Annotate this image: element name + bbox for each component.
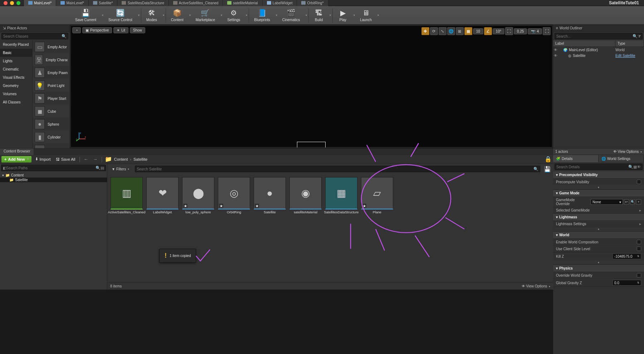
grid-snap-value[interactable]: 10 bbox=[473, 28, 483, 34]
import-button[interactable]: ⬇Import bbox=[34, 156, 52, 163]
chevron-down-icon[interactable]: ▾ bbox=[102, 14, 103, 17]
checkbox[interactable] bbox=[637, 180, 641, 184]
document-tab[interactable]: satelliteMaterial bbox=[223, 0, 262, 6]
new-icon[interactable]: + bbox=[636, 199, 641, 204]
number-field[interactable]: 0.0⇅ bbox=[613, 280, 641, 286]
actor-category-visual-effects[interactable]: Visual Effects bbox=[0, 73, 32, 82]
asset-tile[interactable]: ▦SatellitesDataStructure bbox=[325, 177, 358, 214]
asset-tile[interactable]: ⬤★low_poly_sphere bbox=[182, 177, 215, 214]
spinner-icon[interactable]: ⇅ bbox=[637, 255, 639, 258]
path-search[interactable]: ◧ 🔍 ▤ bbox=[1, 165, 106, 171]
path-search-input[interactable] bbox=[6, 166, 96, 170]
asset-search-input[interactable] bbox=[137, 167, 533, 171]
details-search[interactable]: 🔍 ▦ 👁 bbox=[555, 164, 643, 170]
chevron-down-icon[interactable]: ▾ bbox=[221, 14, 222, 17]
actor-row[interactable]: 웃Empty Character bbox=[33, 53, 70, 66]
spinner-icon[interactable]: ⇅ bbox=[637, 281, 639, 284]
actor-row[interactable]: ●Sphere bbox=[33, 118, 70, 131]
tree-folder[interactable]: ▾📁Content bbox=[0, 173, 107, 178]
toolbar-marketplace-button[interactable]: 🛒Marketplace bbox=[192, 7, 219, 24]
document-tab[interactable]: LabelWidget bbox=[263, 0, 297, 6]
expand-icon[interactable]: ▾ bbox=[2, 173, 4, 177]
actor-row[interactable]: ▭Empty Actor bbox=[33, 40, 70, 53]
asset-search[interactable]: 🔍 bbox=[135, 166, 540, 172]
section-expand-bar[interactable]: ▾ bbox=[553, 227, 644, 231]
section-header[interactable]: ▾Lightmass bbox=[553, 214, 644, 220]
viewport-perspective-dropdown[interactable]: ▣Perspective bbox=[82, 27, 112, 33]
toolbar-settings-button[interactable]: ⚙Settings bbox=[224, 7, 244, 24]
outliner-row[interactable]: 👁🌍MainLevel (Editor)World bbox=[553, 47, 644, 53]
outliner-row[interactable]: 👁◎SatelliteEdit Satellite bbox=[553, 53, 644, 58]
surface-snap-toggle[interactable]: ⊞ bbox=[456, 27, 464, 35]
asset-tile[interactable]: ▱★Plane bbox=[361, 177, 394, 214]
document-tab[interactable]: Satellite* bbox=[89, 0, 117, 6]
chevron-down-icon[interactable]: ▾ bbox=[306, 14, 307, 17]
toolbar-modes-button[interactable]: 🛠Modes bbox=[143, 7, 161, 24]
coord-space-toggle[interactable]: 🌐 bbox=[447, 27, 455, 35]
property-matrix-icon[interactable]: ▦ bbox=[633, 165, 637, 169]
number-field[interactable]: -1048575.0⇅ bbox=[613, 253, 641, 259]
save-all-button[interactable]: 🖫Save All bbox=[54, 156, 77, 163]
toolbar-play-button[interactable]: ▶Play bbox=[334, 7, 351, 24]
document-tab[interactable]: SatellitesDataStructure bbox=[117, 0, 169, 6]
actor-row[interactable]: ▮Cylinder bbox=[33, 131, 70, 144]
actor-category-geometry[interactable]: Geometry bbox=[0, 82, 32, 90]
grid-snap-toggle[interactable]: ▦ bbox=[464, 27, 472, 35]
maximize-window-icon[interactable] bbox=[16, 1, 20, 5]
tree-toggle-icon[interactable]: ◧ bbox=[3, 166, 6, 170]
scale-snap-toggle[interactable]: ⛶ bbox=[505, 27, 513, 35]
asset-tile[interactable]: ◉satelliteMaterial bbox=[289, 177, 322, 214]
combo-box[interactable]: None▾ bbox=[591, 199, 623, 205]
chevron-down-icon[interactable]: ▾ bbox=[163, 14, 164, 17]
document-tab[interactable]: ActiveSatellites_Cleaned bbox=[169, 0, 223, 6]
section-header[interactable]: ▾World bbox=[553, 232, 644, 238]
checkbox[interactable] bbox=[637, 247, 641, 251]
angle-snap-value[interactable]: 10° bbox=[493, 28, 504, 34]
chevron-down-icon[interactable]: ▾ bbox=[276, 14, 277, 17]
eye-icon[interactable]: 👁 bbox=[637, 165, 641, 169]
details-tab-world-settings[interactable]: 🌐World Settings bbox=[599, 155, 644, 162]
rotate-gizmo-button[interactable]: ⟳ bbox=[430, 27, 438, 35]
viewport-options-dropdown[interactable]: ▾ bbox=[72, 27, 81, 33]
chevron-down-icon[interactable]: ▾ bbox=[330, 14, 331, 17]
asset-tile[interactable]: ❤LabelWidget bbox=[146, 177, 179, 214]
toolbar-build-button[interactable]: 🏗Build bbox=[310, 7, 327, 24]
details-search-input[interactable] bbox=[556, 165, 628, 169]
collapse-icon[interactable]: ▤ bbox=[101, 166, 104, 170]
toolbar-source-control-button[interactable]: 🔄Source Control bbox=[105, 7, 136, 24]
toolbar-launch-button[interactable]: 🖥Launch bbox=[356, 7, 375, 24]
content-browser-tab[interactable]: Content Browser bbox=[0, 149, 34, 155]
back-icon[interactable]: ↩ bbox=[624, 199, 629, 204]
minimize-window-icon[interactable] bbox=[10, 1, 14, 5]
actor-category-cinematic[interactable]: Cinematic bbox=[0, 65, 32, 73]
actor-row[interactable]: ▲Cone bbox=[33, 144, 70, 148]
crumb-content[interactable]: Content bbox=[114, 157, 128, 161]
actor-row[interactable]: ♟Empty Pawn bbox=[33, 66, 70, 79]
actor-category-lights[interactable]: Lights bbox=[0, 57, 32, 65]
document-tab[interactable]: MainLevel* bbox=[56, 0, 88, 6]
camera-speed[interactable]: 📷4 bbox=[528, 28, 542, 34]
nav-back-button[interactable]: ← bbox=[83, 157, 90, 162]
actor-category-recently-placed[interactable]: Recently Placed bbox=[0, 40, 32, 49]
visibility-icon[interactable]: 👁 bbox=[553, 54, 558, 58]
actor-row[interactable]: 💡Point Light bbox=[33, 79, 70, 92]
place-actors-search[interactable]: 🔍 bbox=[1, 33, 68, 39]
chevron-down-icon[interactable]: ▾ bbox=[189, 14, 191, 17]
section-expand-bar[interactable]: ▾ bbox=[553, 260, 644, 265]
close-window-icon[interactable] bbox=[4, 1, 8, 5]
checkbox[interactable] bbox=[637, 273, 641, 277]
lock-icon[interactable]: 🔒 bbox=[545, 156, 552, 163]
section-expand-bar[interactable]: ▾ bbox=[553, 185, 644, 189]
checkbox[interactable] bbox=[637, 240, 641, 244]
viewport-show-dropdown[interactable]: Show bbox=[130, 27, 145, 33]
outliner-search-input[interactable] bbox=[556, 34, 633, 38]
toolbar-save-current-button[interactable]: 💾Save Current bbox=[72, 7, 100, 24]
outliner-col-type[interactable]: Type bbox=[615, 40, 644, 47]
view-options-button[interactable]: 👁 View Options ▾ bbox=[522, 284, 550, 288]
details-tab-details[interactable]: 🧩Details bbox=[553, 155, 599, 162]
document-tab[interactable]: OrbitRing* bbox=[297, 0, 328, 6]
document-tab[interactable]: MainLevel* bbox=[24, 0, 56, 6]
asset-tile[interactable]: ◎★OrbitRing bbox=[218, 177, 250, 214]
toolbar-cinematics-button[interactable]: 🎬Cinematics bbox=[279, 7, 303, 24]
add-new-button[interactable]: +Add New▾ bbox=[1, 156, 31, 163]
